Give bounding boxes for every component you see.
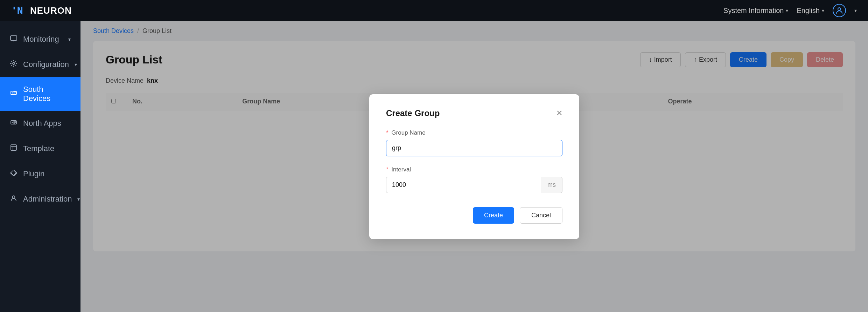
modal-title: Create Group: [386, 108, 440, 118]
configuration-icon: [10, 60, 18, 69]
top-nav: 'N NEURON System Information ▾ English ▾…: [0, 0, 868, 21]
south-devices-icon: [10, 89, 18, 99]
create-group-modal: Create Group ✕ * Group Name * Interval: [369, 94, 579, 239]
language-label: English: [797, 7, 820, 15]
north-apps-icon: [10, 118, 18, 128]
svg-point-12: [12, 122, 13, 123]
language-chevron: ▾: [822, 8, 824, 13]
administration-chevron: ▾: [77, 196, 80, 202]
svg-point-19: [13, 196, 15, 198]
group-name-required: *: [386, 129, 388, 136]
north-apps-label: North Apps: [23, 119, 61, 128]
south-devices-label: South Devices: [23, 85, 71, 103]
plugin-label: Plugin: [23, 169, 44, 178]
svg-text:'N: 'N: [11, 5, 23, 16]
sidebar-item-administration[interactable]: Administration ▾: [0, 186, 80, 212]
interval-input[interactable]: [386, 177, 541, 193]
group-name-input[interactable]: [386, 140, 562, 156]
modal-create-button[interactable]: Create: [473, 207, 514, 224]
system-info-chevron: ▾: [786, 8, 788, 13]
interval-label: * Interval: [386, 166, 562, 173]
administration-label: Administration: [23, 195, 72, 204]
svg-rect-2: [10, 36, 17, 40]
system-info-menu[interactable]: System Information ▾: [723, 7, 788, 15]
interval-required: *: [386, 166, 388, 173]
topnav-right: System Information ▾ English ▾ ▾: [723, 4, 857, 17]
plugin-icon: [10, 169, 18, 179]
system-info-label: System Information: [723, 7, 784, 15]
language-menu[interactable]: English ▾: [797, 7, 824, 15]
interval-unit: ms: [541, 177, 562, 193]
svg-point-1: [838, 8, 841, 11]
interval-input-group: ms: [386, 177, 562, 193]
sidebar-item-plugin[interactable]: Plugin: [0, 161, 80, 186]
modal-header: Create Group ✕: [386, 108, 562, 118]
svg-point-7: [12, 93, 13, 94]
svg-point-5: [13, 62, 15, 65]
group-name-label: * Group Name: [386, 129, 562, 136]
configuration-label: Configuration: [23, 60, 69, 69]
monitoring-icon: [10, 34, 18, 44]
template-icon: [10, 144, 18, 154]
monitoring-label: Monitoring: [23, 35, 59, 44]
layout: Monitoring ▾ Configuration ▾: [0, 21, 868, 312]
user-menu-chevron[interactable]: ▾: [854, 8, 857, 13]
interval-field: * Interval ms: [386, 166, 562, 193]
administration-icon: [10, 194, 18, 204]
sidebar-item-monitoring[interactable]: Monitoring ▾: [0, 27, 80, 52]
monitoring-chevron: ▾: [68, 36, 71, 42]
configuration-chevron: ▾: [75, 62, 77, 67]
svg-rect-16: [11, 145, 16, 150]
main-content: South Devices / Group List Group List ↓ …: [80, 21, 868, 312]
sidebar-item-template[interactable]: Template: [0, 136, 80, 161]
group-name-field: * Group Name: [386, 129, 562, 156]
modal-overlay: Create Group ✕ * Group Name * Interval: [80, 21, 868, 312]
sidebar-item-configuration[interactable]: Configuration ▾: [0, 52, 80, 77]
modal-close-button[interactable]: ✕: [556, 109, 562, 117]
template-label: Template: [23, 144, 54, 153]
user-avatar[interactable]: [833, 4, 846, 17]
sidebar-item-north-apps[interactable]: North Apps: [0, 111, 80, 136]
logo: 'N NEURON: [11, 4, 72, 17]
app-name: NEURON: [30, 5, 72, 16]
modal-footer: Create Cancel: [386, 207, 562, 224]
modal-cancel-button[interactable]: Cancel: [520, 207, 562, 224]
sidebar: Monitoring ▾ Configuration ▾: [0, 21, 80, 312]
sidebar-item-south-devices[interactable]: South Devices: [0, 77, 80, 111]
